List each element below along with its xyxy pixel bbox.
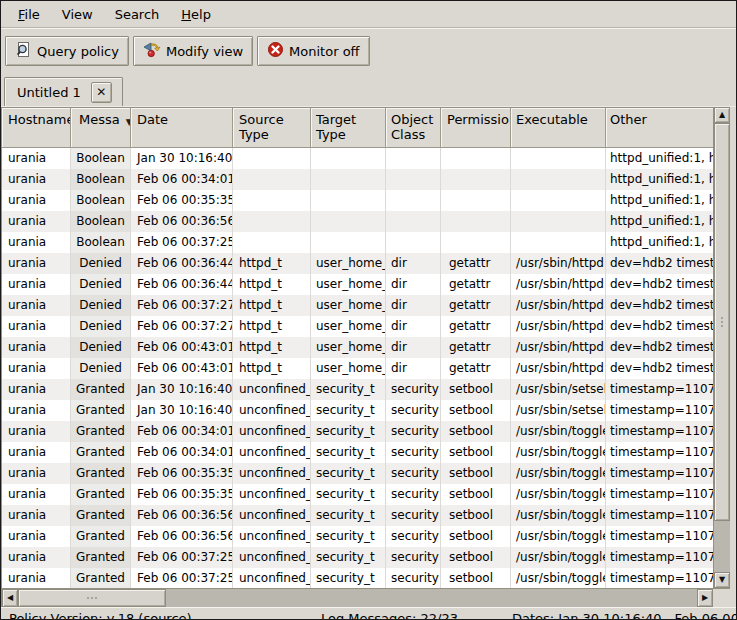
cell-permission: getattr — [441, 316, 511, 337]
tab-untitled-1[interactable]: Untitled 1 ✕ — [4, 77, 123, 106]
cell-executable — [511, 190, 606, 211]
table-row[interactable]: uraniaGrantedFeb 06 00:36:56unconfined_s… — [2, 505, 713, 526]
scroll-right-icon[interactable]: ▶ — [697, 589, 713, 607]
modify-view-icon — [143, 41, 161, 61]
scroll-left-icon[interactable]: ◀ — [2, 589, 18, 607]
cell-executable — [511, 169, 606, 190]
table-row[interactable]: uraniaDeniedFeb 06 00:36:44httpd_tuser_h… — [2, 274, 713, 295]
cell-object-class: security — [386, 442, 441, 463]
scrollbar-corner — [713, 588, 730, 607]
table-row[interactable]: uraniaGrantedFeb 06 00:34:01unconfined_s… — [2, 421, 713, 442]
table-row[interactable]: uraniaGrantedJan 30 10:16:40unconfined_s… — [2, 379, 713, 400]
cell-other: timestamp=11076 — [606, 568, 713, 588]
cell-source-type: unconfined_ — [233, 442, 311, 463]
cell-hostname: urania — [2, 526, 71, 547]
cell-hostname: urania — [2, 484, 71, 505]
horizontal-scrollbar-thumb[interactable] — [18, 589, 166, 607]
cell-target-type: security_t — [311, 547, 386, 568]
cell-executable: /usr/sbin/toggle — [511, 505, 606, 526]
table-row[interactable]: uraniaBooleanJan 30 10:16:40httpd_unifie… — [2, 148, 713, 169]
menu-help[interactable]: Help — [170, 4, 222, 25]
column-header-target-type[interactable]: Target Type — [311, 108, 386, 148]
cell-hostname: urania — [2, 148, 71, 169]
query-policy-button[interactable]: Query policy — [5, 36, 129, 66]
dates-status: Dates: Jan 30 10:16:40 - Feb 06 00:43:01 — [512, 611, 737, 620]
column-header-object-class[interactable]: Object Class — [386, 108, 441, 148]
cell-other: httpd_unified:1, h — [606, 232, 713, 253]
vertical-scrollbar-trough[interactable] — [714, 521, 730, 572]
cell-object-class: security — [386, 568, 441, 588]
cell-message: Boolean — [71, 190, 131, 211]
cell-source-type: httpd_t — [233, 253, 311, 274]
table-row[interactable]: uraniaGrantedFeb 06 00:37:25unconfined_s… — [2, 568, 713, 588]
table-row[interactable]: uraniaGrantedFeb 06 00:34:01unconfined_s… — [2, 442, 713, 463]
cell-object-class: security — [386, 400, 441, 421]
cell-source-type: httpd_t — [233, 274, 311, 295]
vertical-scrollbar-thumb[interactable] — [714, 123, 730, 521]
table-row[interactable]: uraniaDeniedFeb 06 00:37:27httpd_tuser_h… — [2, 316, 713, 337]
table-row[interactable]: uraniaGrantedFeb 06 00:35:35unconfined_s… — [2, 463, 713, 484]
cell-permission: setbool — [441, 568, 511, 588]
modify-view-button[interactable]: Modify view — [133, 36, 253, 66]
cell-target-type: security_t — [311, 526, 386, 547]
cell-message: Granted — [71, 463, 131, 484]
horizontal-scrollbar-trough[interactable] — [166, 589, 697, 607]
cell-message: Granted — [71, 442, 131, 463]
menu-bar: File View Search Help — [1, 1, 736, 28]
cell-executable: /usr/sbin/httpd — [511, 274, 606, 295]
monitor-off-label: Monitor off — [289, 44, 359, 59]
column-header-source-type[interactable]: Source Type — [233, 108, 311, 148]
column-header-message[interactable]: Messa ▼ — [71, 108, 131, 148]
column-header-permission[interactable]: Permission — [441, 108, 511, 148]
cell-date: Feb 06 00:36:44 — [131, 253, 233, 274]
cell-executable: /usr/sbin/toggle — [511, 547, 606, 568]
cell-object-class: security — [386, 526, 441, 547]
table-row[interactable]: uraniaGrantedFeb 06 00:37:25unconfined_s… — [2, 547, 713, 568]
cell-message: Boolean — [71, 211, 131, 232]
cell-other: timestamp=11076 — [606, 421, 713, 442]
cell-date: Feb 06 00:36:56 — [131, 505, 233, 526]
menu-file[interactable]: File — [7, 4, 51, 25]
cell-target-type: security_t — [311, 400, 386, 421]
horizontal-scrollbar[interactable]: ◀ ▶ — [2, 588, 713, 607]
tab-close-icon[interactable]: ✕ — [91, 82, 112, 103]
cell-object-class: dir — [386, 358, 441, 379]
scroll-up-icon[interactable]: ▲ — [714, 107, 730, 123]
table-row[interactable]: uraniaBooleanFeb 06 00:34:01httpd_unifie… — [2, 169, 713, 190]
query-policy-icon — [15, 41, 32, 61]
table-row[interactable]: uraniaBooleanFeb 06 00:37:25httpd_unifie… — [2, 232, 713, 253]
cell-source-type: unconfined_ — [233, 421, 311, 442]
column-header-hostname[interactable]: Hostname — [2, 108, 71, 148]
cell-date: Feb 06 00:37:25 — [131, 232, 233, 253]
column-header-other[interactable]: Other — [606, 108, 713, 148]
column-header-executable[interactable]: Executable — [511, 108, 606, 148]
table-row[interactable]: uraniaDeniedFeb 06 00:43:01httpd_tuser_h… — [2, 337, 713, 358]
monitor-off-button[interactable]: Monitor off — [257, 36, 369, 66]
menu-view[interactable]: View — [51, 4, 104, 25]
cell-date: Feb 06 00:36:56 — [131, 211, 233, 232]
table-row[interactable]: uraniaDeniedFeb 06 00:36:44httpd_tuser_h… — [2, 253, 713, 274]
cell-source-type: unconfined_ — [233, 379, 311, 400]
cell-executable — [511, 211, 606, 232]
cell-executable: /usr/sbin/httpd — [511, 253, 606, 274]
table-row[interactable]: uraniaDeniedFeb 06 00:43:01httpd_tuser_h… — [2, 358, 713, 379]
table-row[interactable]: uraniaGrantedFeb 06 00:36:56unconfined_s… — [2, 526, 713, 547]
cell-hostname: urania — [2, 211, 71, 232]
cell-source-type: httpd_t — [233, 358, 311, 379]
table-row[interactable]: uraniaBooleanFeb 06 00:36:56httpd_unifie… — [2, 211, 713, 232]
log-table: Hostname Messa ▼ Date Source Type Target… — [1, 107, 736, 588]
vertical-scrollbar[interactable]: ▲ ▼ — [713, 107, 730, 588]
table-row[interactable]: uraniaGrantedJan 30 10:16:40unconfined_s… — [2, 400, 713, 421]
scroll-down-icon[interactable]: ▼ — [714, 572, 730, 588]
column-header-date[interactable]: Date — [131, 108, 233, 148]
cell-hostname: urania — [2, 442, 71, 463]
cell-source-type: unconfined_ — [233, 547, 311, 568]
horizontal-scrollbar-row: ◀ ▶ — [1, 588, 736, 607]
cell-other: timestamp=11076 — [606, 463, 713, 484]
table-row[interactable]: uraniaGrantedFeb 06 00:35:35unconfined_s… — [2, 484, 713, 505]
cell-permission: setbool — [441, 421, 511, 442]
cell-hostname: urania — [2, 505, 71, 526]
table-row[interactable]: uraniaBooleanFeb 06 00:35:35httpd_unifie… — [2, 190, 713, 211]
menu-search[interactable]: Search — [104, 4, 171, 25]
table-row[interactable]: uraniaDeniedFeb 06 00:37:27httpd_tuser_h… — [2, 295, 713, 316]
